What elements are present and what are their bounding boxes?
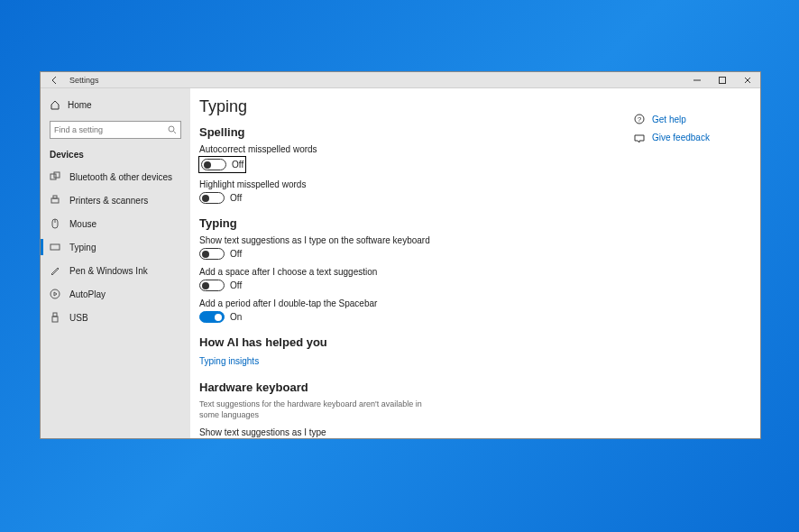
- setting-label: Add a period after I double-tap the Spac…: [199, 298, 634, 308]
- close-button[interactable]: [735, 72, 760, 87]
- help-label: Get help: [652, 115, 686, 124]
- sidebar-item-label: Mouse: [69, 219, 96, 229]
- toggle-state: Off: [232, 160, 243, 170]
- sidebar-item-autoplay[interactable]: AutoPlay: [41, 282, 190, 306]
- toggle-state: Off: [230, 280, 242, 290]
- svg-rect-14: [53, 313, 57, 316]
- sidebar-item-label: AutoPlay: [69, 289, 106, 299]
- section-hwkb: Hardware keyboard: [199, 381, 634, 394]
- feedback-label: Give feedback: [652, 133, 710, 142]
- autocorrect-toggle[interactable]: [201, 159, 226, 170]
- sidebar-item-pen[interactable]: Pen & Windows Ink: [41, 259, 190, 282]
- feedback-icon: [634, 132, 647, 142]
- svg-rect-5: [54, 172, 60, 178]
- sidebar-item-label: USB: [69, 313, 88, 323]
- home-icon: [50, 99, 62, 110]
- printer-icon: [50, 195, 62, 206]
- window-title: Settings: [69, 76, 99, 85]
- content-area: Typing Spelling Autocorrect misspelled w…: [190, 88, 760, 438]
- titlebar: Settings: [41, 72, 760, 88]
- pen-icon: [50, 265, 62, 276]
- sidebar-item-typing[interactable]: Typing: [41, 235, 190, 259]
- settings-window: Settings Home Devices Bluetooth & other …: [40, 71, 761, 439]
- setting-addspace: Add a space after I choose a text sugges…: [199, 267, 634, 291]
- sidebar-item-label: Bluetooth & other devices: [69, 172, 172, 182]
- give-feedback-link[interactable]: Give feedback: [634, 132, 753, 142]
- section-spelling: Spelling: [199, 125, 634, 139]
- highlight-toggle[interactable]: [199, 192, 225, 204]
- svg-rect-7: [53, 196, 57, 198]
- svg-line-3: [174, 132, 177, 134]
- addperiod-toggle[interactable]: [199, 311, 225, 323]
- page-title: Typing: [199, 97, 634, 116]
- search-box[interactable]: [50, 121, 181, 139]
- svg-point-13: [51, 289, 60, 298]
- sidebar: Home Devices Bluetooth & other devices P…: [41, 88, 190, 438]
- help-icon: ?: [634, 114, 647, 124]
- sidebar-item-usb[interactable]: USB: [41, 306, 190, 329]
- svg-point-2: [169, 126, 174, 132]
- typing-insights-link[interactable]: Typing insights: [199, 356, 259, 366]
- toggle-state: Off: [230, 193, 242, 203]
- back-button[interactable]: [48, 76, 62, 85]
- sidebar-item-label: Typing: [69, 243, 96, 252]
- addspace-toggle[interactable]: [199, 280, 225, 291]
- setting-suggestions: Show text suggestions as I type on the s…: [199, 235, 634, 260]
- maximize-button[interactable]: [710, 72, 735, 87]
- toggle-state: Off: [230, 249, 242, 259]
- setting-label: Autocorrect misspelled words: [199, 144, 634, 154]
- toggle-state: On: [230, 312, 242, 322]
- svg-rect-4: [51, 174, 56, 179]
- window-buttons: [684, 72, 760, 87]
- keyboard-icon: [50, 242, 62, 252]
- sidebar-item-mouse[interactable]: Mouse: [41, 212, 190, 235]
- main-panel: Typing Spelling Autocorrect misspelled w…: [190, 88, 634, 438]
- setting-autocorrect: Autocorrect misspelled words Off: [199, 144, 634, 172]
- sidebar-item-printers[interactable]: Printers & scanners: [41, 188, 190, 212]
- sidebar-item-label: Pen & Windows Ink: [69, 266, 148, 276]
- sidebar-home-label: Home: [68, 100, 92, 110]
- setting-addperiod: Add a period after I double-tap the Spac…: [199, 298, 634, 323]
- hwkb-subtext: Text suggestions for the hardware keyboa…: [199, 399, 434, 420]
- right-column: ? Get help Give feedback: [634, 88, 760, 438]
- svg-rect-1: [720, 77, 726, 83]
- search-input[interactable]: [54, 125, 168, 134]
- get-help-link[interactable]: ? Get help: [634, 114, 753, 124]
- setting-highlight: Highlight misspelled words Off: [199, 179, 634, 204]
- sidebar-item-label: Printers & scanners: [69, 196, 148, 206]
- minimize-button[interactable]: [684, 72, 710, 87]
- autoplay-icon: [50, 289, 62, 299]
- search-icon: [168, 125, 177, 134]
- suggestions-toggle[interactable]: [199, 248, 225, 260]
- setting-label: Show text suggestions as I type on the s…: [199, 235, 634, 245]
- devices-icon: [50, 171, 62, 182]
- sidebar-category: Devices: [41, 146, 190, 165]
- setting-label: Highlight misspelled words: [199, 179, 634, 189]
- setting-hwkb-show: Show text suggestions as I type: [199, 427, 634, 437]
- svg-rect-6: [51, 198, 59, 203]
- sidebar-item-bluetooth[interactable]: Bluetooth & other devices: [41, 165, 190, 188]
- setting-label: Add a space after I choose a text sugges…: [199, 267, 634, 277]
- section-ai: How AI has helped you: [199, 335, 634, 349]
- sidebar-home[interactable]: Home: [41, 94, 190, 115]
- setting-label: Show text suggestions as I type: [199, 427, 634, 437]
- svg-rect-10: [51, 244, 60, 250]
- svg-rect-15: [52, 316, 58, 322]
- svg-text:?: ?: [638, 115, 642, 124]
- section-typing: Typing: [199, 216, 634, 230]
- usb-icon: [50, 312, 62, 323]
- mouse-icon: [50, 218, 62, 229]
